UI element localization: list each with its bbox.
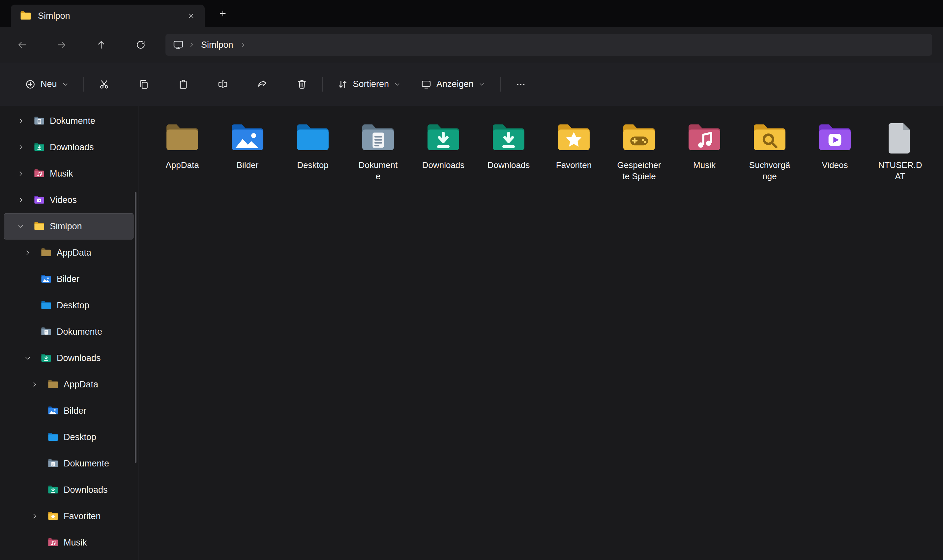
- sidebar-item-dokumente[interactable]: Dokumente: [4, 108, 134, 134]
- forward-button[interactable]: [52, 35, 71, 54]
- file-item-label: Downloads: [487, 160, 530, 171]
- toolbar-button-rename[interactable]: [211, 74, 235, 95]
- file-item-downloads[interactable]: Downloads: [411, 118, 476, 182]
- file-list: AppData Bilder Desktop Dokument e Downlo…: [139, 106, 943, 560]
- forward-icon: [56, 40, 67, 50]
- file-item-ntuser.dat[interactable]: NTUSER.D AT: [867, 118, 933, 182]
- toolbar-button-copy[interactable]: [131, 74, 156, 95]
- sidebar-item-videos[interactable]: Videos: [4, 187, 134, 213]
- sidebar-item-desktop[interactable]: Desktop: [4, 424, 134, 450]
- file-item-dokumente[interactable]: Dokument e: [345, 118, 411, 182]
- file-item-videos[interactable]: Videos: [802, 118, 867, 182]
- view-button[interactable]: Anzeigen: [414, 74, 492, 95]
- chevron-icon[interactable]: [14, 114, 28, 128]
- sidebar-item-label: Downloads: [57, 353, 101, 363]
- new-button[interactable]: Neu: [18, 74, 76, 95]
- back-button[interactable]: [12, 35, 32, 54]
- file-item-favoriten[interactable]: Favoriten: [541, 118, 607, 182]
- file-item-bilder[interactable]: Bilder: [215, 118, 280, 182]
- file-item-label: NTUSER.D AT: [878, 160, 922, 182]
- folder-music-icon: [47, 537, 59, 548]
- chevron-icon[interactable]: [27, 509, 42, 523]
- toolbar-button-delete[interactable]: [290, 74, 314, 95]
- more-icon: [515, 79, 526, 90]
- sidebar-item-bilder[interactable]: Bilder: [4, 398, 134, 424]
- sort-button[interactable]: Sortieren: [331, 74, 408, 95]
- sidebar-item-downloads[interactable]: Downloads: [4, 477, 134, 503]
- folder-videos-icon: [33, 194, 45, 206]
- back-icon: [17, 40, 27, 50]
- folder-downloads-icon: [33, 141, 45, 153]
- file-item-suchvorgänge[interactable]: Suchvorgä nge: [737, 118, 802, 182]
- file-item-appdata[interactable]: AppData: [149, 118, 215, 182]
- folder-saved-games-icon: [619, 119, 658, 158]
- sidebar-item-musik[interactable]: Musik: [4, 529, 134, 556]
- plus-icon: [219, 9, 227, 18]
- main-area: Dokumente Downloads Musik Videos Sim: [0, 106, 943, 560]
- chevron-icon[interactable]: [14, 140, 28, 154]
- file-item-label: Suchvorgä nge: [749, 160, 790, 182]
- up-arrow-icon: [96, 40, 106, 50]
- sidebar-item-label: Desktop: [64, 432, 96, 442]
- sidebar-item-downloads[interactable]: Downloads: [4, 134, 134, 160]
- breadcrumb-item[interactable]: Simlpon: [199, 40, 235, 50]
- sidebar-item-label: AppData: [57, 248, 91, 258]
- sidebar-item-dokumente[interactable]: Dokumente: [4, 450, 134, 477]
- sidebar-item-desktop[interactable]: Desktop: [4, 292, 134, 318]
- chevron-icon[interactable]: [20, 245, 35, 260]
- sidebar-item-label: Downloads: [64, 485, 108, 495]
- tab-simlpon[interactable]: Simlpon: [11, 5, 205, 27]
- new-tab-button[interactable]: [214, 5, 231, 22]
- up-button[interactable]: [92, 35, 111, 54]
- toolbar-button-paste[interactable]: [171, 74, 196, 95]
- sidebar-item-appdata[interactable]: AppData: [4, 240, 134, 266]
- tab-close-button[interactable]: [183, 8, 199, 23]
- folder-appdata-icon: [163, 119, 202, 158]
- sidebar-scrollbar[interactable]: [135, 192, 136, 463]
- sidebar-item-musik[interactable]: Musik: [4, 160, 134, 187]
- sidebar-item-simlpon[interactable]: Simlpon: [4, 213, 134, 240]
- toolbar-dropdowns: Sortieren Anzeigen: [331, 74, 492, 95]
- file-item-label: AppData: [165, 160, 199, 171]
- address-bar[interactable]: Simlpon: [165, 34, 932, 56]
- folder-music-icon: [685, 119, 724, 158]
- file-item-downloads[interactable]: Downloads: [476, 118, 541, 182]
- chevron-icon[interactable]: [14, 166, 28, 181]
- folder-favorites-icon: [47, 510, 59, 522]
- toolbar-button-share[interactable]: [250, 74, 274, 95]
- sidebar-item-bilder[interactable]: Bilder: [4, 266, 134, 292]
- toolbar-button-cut[interactable]: [92, 74, 116, 95]
- folder-appdata-icon: [40, 247, 52, 258]
- navigation-bar: Simlpon: [0, 27, 943, 63]
- folder-pictures-icon: [47, 405, 59, 417]
- sidebar-item-appdata[interactable]: AppData: [4, 371, 134, 398]
- folder-downloads-icon: [424, 119, 463, 158]
- chevron-icon[interactable]: [14, 193, 28, 207]
- sidebar-item-downloads[interactable]: Downloads: [4, 345, 134, 371]
- folder-music-icon: [33, 168, 45, 180]
- chevron-down-icon: [394, 81, 401, 88]
- sidebar-item-label: Dokumente: [50, 116, 95, 126]
- toolbar-separator: [322, 77, 323, 92]
- folder-videos-icon: [815, 119, 854, 158]
- refresh-button[interactable]: [131, 35, 150, 54]
- file-item-desktop[interactable]: Desktop: [280, 118, 345, 182]
- chevron-icon[interactable]: [27, 377, 42, 392]
- sidebar-item-label: Dokumente: [57, 327, 102, 337]
- chevron-icon[interactable]: [20, 351, 35, 365]
- file-item-label: Musik: [693, 160, 716, 171]
- sidebar-item-label: Videos: [50, 195, 77, 205]
- folder-desktop-icon: [293, 119, 332, 158]
- sidebar-item-label: Desktop: [57, 300, 89, 311]
- folder-icon: [20, 9, 32, 22]
- file-item-label: Dokument e: [359, 160, 398, 182]
- sidebar-item-favoriten[interactable]: Favoriten: [4, 503, 134, 529]
- breadcrumb-chevron-icon[interactable]: [188, 41, 195, 48]
- more-button[interactable]: [508, 74, 533, 95]
- breadcrumb-chevron-icon[interactable]: [239, 41, 247, 48]
- file-item-gespeicherte-spiele[interactable]: Gespeicher te Spiele: [607, 118, 672, 182]
- sidebar-item-dokumente[interactable]: Dokumente: [4, 318, 134, 345]
- toolbar-separator: [500, 77, 501, 92]
- chevron-icon[interactable]: [14, 219, 28, 234]
- file-item-musik[interactable]: Musik: [672, 118, 737, 182]
